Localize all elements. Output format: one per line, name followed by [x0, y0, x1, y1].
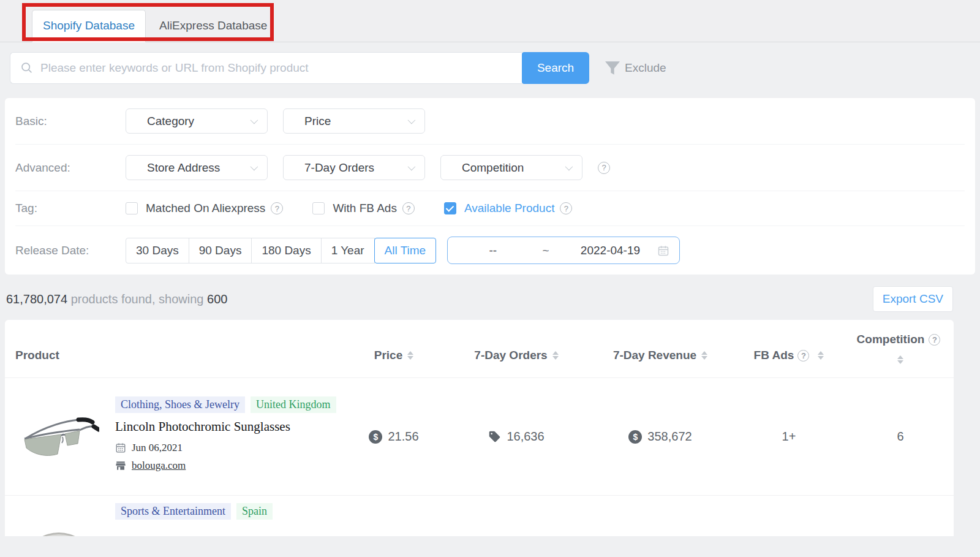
release-date-segments: 30 Days 90 Days 180 Days 1 Year All Time — [126, 238, 436, 263]
dropdown-store-address[interactable]: Store Address — [126, 155, 268, 180]
header-revenue-label: 7-Day Revenue — [613, 349, 696, 362]
header-fb-ads[interactable]: FB Ads — [731, 335, 847, 363]
header-product-label: Product — [15, 349, 59, 362]
country-badge: United Kingdom — [251, 396, 336, 413]
tag-fbads-label: With FB Ads — [333, 202, 397, 215]
header-competition-label: Competition — [857, 333, 925, 346]
release-date-meta: Jun 06,2021 — [115, 442, 342, 454]
help-icon[interactable] — [560, 202, 572, 214]
tag-label: Tag: — [15, 202, 126, 215]
sort-icon[interactable] — [407, 348, 413, 363]
header-competition[interactable]: Competition — [847, 330, 954, 367]
dropdown-price-label: Price — [304, 115, 331, 128]
tag-with-fb-ads[interactable]: With FB Ads — [312, 202, 415, 215]
search-input[interactable] — [40, 61, 512, 75]
product-cell: Clothing, Shoes & Jewelry United Kingdom… — [5, 378, 345, 495]
price-cell: 21.56 — [345, 378, 443, 495]
release-30-days[interactable]: 30 Days — [126, 238, 189, 263]
tag-icon — [488, 430, 501, 443]
sort-icon[interactable] — [552, 348, 559, 363]
sort-icon[interactable] — [701, 348, 707, 363]
dollar-icon — [369, 430, 382, 444]
checkbox-unchecked-icon[interactable] — [126, 202, 138, 214]
country-badge: Spain — [236, 503, 273, 520]
basic-label: Basic: — [15, 115, 126, 128]
tag-matched-on-aliexpress[interactable]: Matched On Aliexpress — [126, 202, 283, 215]
table-header: Product Price 7-Day Orders 7-Day Revenue… — [5, 320, 954, 377]
orders-value: 16,636 — [507, 430, 544, 444]
help-icon[interactable] — [797, 350, 809, 362]
exclude-filter[interactable]: Exclude — [603, 58, 666, 78]
store-domain-link[interactable]: bolouga.com — [132, 460, 186, 472]
search-button[interactable]: Search — [522, 52, 589, 84]
storefront-icon — [115, 460, 126, 471]
dropdown-price[interactable]: Price — [283, 108, 425, 134]
tab-aliexpress-label: AliExpress Database — [159, 19, 267, 32]
search-icon — [20, 61, 33, 74]
dropdown-7day-orders[interactable]: 7-Day Orders — [283, 155, 425, 180]
filter-row-tag: Tag: Matched On Aliexpress With FB Ads A… — [15, 191, 965, 226]
sort-icon[interactable] — [897, 352, 903, 367]
dropdown-category-label: Category — [147, 115, 194, 128]
advanced-label: Advanced: — [15, 161, 126, 175]
release-1-year[interactable]: 1 Year — [321, 238, 375, 263]
date-range-end[interactable]: 2022-04-19 — [564, 244, 657, 257]
checkbox-checked-icon[interactable] — [444, 202, 456, 214]
category-badge[interactable]: Sports & Entertainment — [115, 503, 231, 520]
search-box[interactable] — [10, 52, 522, 84]
exclude-label: Exclude — [625, 61, 666, 75]
table-row: Clothing, Shoes & Jewelry United Kingdom… — [5, 377, 954, 495]
header-price-label: Price — [374, 349, 402, 362]
tab-shopify-database[interactable]: Shopify Database — [32, 10, 146, 42]
date-range-picker[interactable]: -- ~ 2022-04-19 — [447, 237, 680, 264]
header-7day-orders[interactable]: 7-Day Orders — [443, 335, 590, 363]
checkbox-unchecked-icon[interactable] — [312, 202, 325, 214]
dropdown-competition[interactable]: Competition — [440, 155, 582, 180]
results-count: 61,780,074 — [6, 292, 67, 306]
release-all-time[interactable]: All Time — [374, 238, 437, 263]
products-table: Product Price 7-Day Orders 7-Day Revenue… — [5, 320, 954, 536]
sort-icon[interactable] — [818, 348, 824, 363]
chevron-down-icon — [251, 163, 258, 171]
orders-cell: 16,636 — [443, 378, 590, 495]
filter-row-release-date: Release Date: 30 Days 90 Days 180 Days 1… — [15, 226, 965, 275]
chevron-down-icon — [408, 163, 416, 171]
store-domain-meta: bolouga.com — [115, 460, 342, 472]
tab-aliexpress-database[interactable]: AliExpress Database — [146, 10, 281, 42]
dropdown-competition-label: Competition — [462, 161, 524, 175]
export-csv-button[interactable]: Export CSV — [873, 286, 953, 312]
tag-available-product[interactable]: Available Product — [444, 202, 573, 215]
header-orders-label: 7-Day Orders — [474, 349, 547, 362]
release-180-days[interactable]: 180 Days — [251, 238, 321, 263]
release-date-label: Release Date: — [15, 244, 126, 257]
product-image-partial[interactable] — [18, 515, 99, 536]
fb-ads-cell: 1+ — [731, 378, 847, 495]
filter-row-basic: Basic: Category Price — [15, 98, 965, 145]
release-90-days[interactable]: 90 Days — [189, 238, 252, 263]
product-title[interactable]: Lincoln Photochromic Sunglasses — [115, 419, 342, 434]
revenue-value: 358,672 — [647, 430, 692, 444]
dropdown-category[interactable]: Category — [126, 108, 268, 134]
database-tabbar: Shopify Database AliExpress Database — [0, 0, 980, 42]
competition-cell: 6 — [847, 378, 954, 495]
product-date: Jun 06,2021 — [132, 442, 183, 454]
chevron-down-icon — [565, 163, 573, 171]
category-badge[interactable]: Clothing, Shoes & Jewelry — [115, 396, 245, 413]
competition-value: 6 — [897, 430, 903, 444]
results-summary: 61,780,074 products found, showing 600 — [6, 292, 227, 306]
date-range-start[interactable]: -- — [458, 244, 528, 257]
fb-ads-value: 1+ — [782, 430, 796, 444]
tab-shopify-label: Shopify Database — [43, 19, 135, 32]
header-price[interactable]: Price — [345, 335, 443, 363]
funnel-icon — [603, 58, 622, 78]
help-icon[interactable] — [271, 202, 283, 214]
header-7day-revenue[interactable]: 7-Day Revenue — [590, 335, 731, 363]
chevron-down-icon — [251, 116, 258, 124]
dollar-icon — [628, 430, 642, 444]
product-image-sunglasses[interactable] — [18, 405, 99, 469]
results-shown: 600 — [207, 292, 227, 306]
help-icon[interactable] — [402, 202, 415, 214]
results-middle-text: products found, showing — [67, 292, 207, 306]
help-icon[interactable] — [598, 162, 610, 174]
help-icon[interactable] — [929, 334, 940, 346]
